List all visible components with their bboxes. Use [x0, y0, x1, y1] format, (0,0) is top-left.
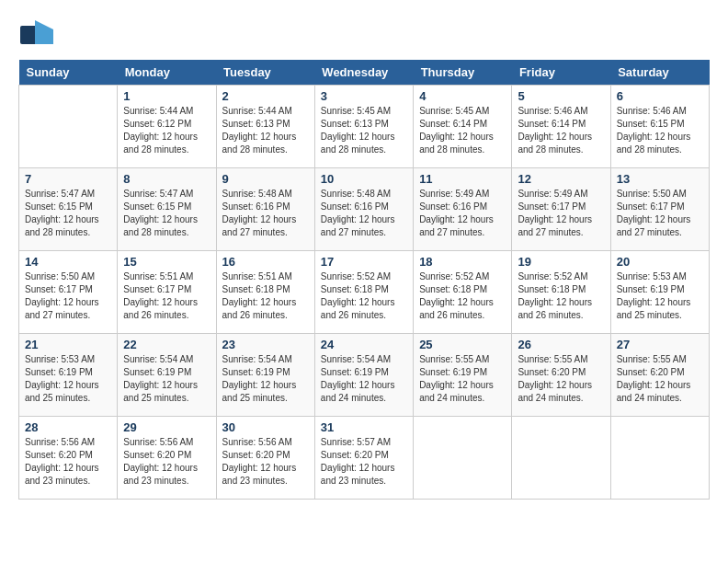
- day-info: Sunrise: 5:48 AM Sunset: 6:16 PM Dayligh…: [321, 188, 407, 239]
- day-number: 17: [321, 255, 407, 269]
- day-number: 31: [321, 420, 407, 434]
- calendar-cell: 23 Sunrise: 5:54 AM Sunset: 6:19 PM Dayl…: [216, 334, 314, 417]
- day-info: Sunrise: 5:48 AM Sunset: 6:16 PM Dayligh…: [222, 188, 309, 239]
- day-number: 13: [617, 172, 703, 186]
- day-info: Sunrise: 5:45 AM Sunset: 6:14 PM Dayligh…: [419, 105, 506, 156]
- calendar-cell: 3 Sunrise: 5:45 AM Sunset: 6:13 PM Dayli…: [314, 86, 413, 168]
- week-row-4: 21 Sunrise: 5:53 AM Sunset: 6:19 PM Dayl…: [19, 334, 710, 417]
- day-info: Sunrise: 5:44 AM Sunset: 6:12 PM Dayligh…: [123, 105, 210, 156]
- day-number: 5: [518, 89, 604, 103]
- day-info: Sunrise: 5:51 AM Sunset: 6:17 PM Dayligh…: [123, 270, 210, 322]
- day-info: Sunrise: 5:52 AM Sunset: 6:18 PM Dayligh…: [419, 270, 506, 322]
- col-header-sunday: Sunday: [19, 60, 118, 86]
- day-number: 27: [617, 338, 703, 351]
- day-number: 25: [419, 338, 506, 351]
- day-info: Sunrise: 5:46 AM Sunset: 6:14 PM Dayligh…: [518, 105, 604, 156]
- col-header-thursday: Thursday: [414, 60, 512, 86]
- logo: [18, 18, 59, 51]
- calendar-cell: 2 Sunrise: 5:44 AM Sunset: 6:13 PM Dayli…: [216, 86, 314, 168]
- page-header: [18, 18, 710, 51]
- day-info: Sunrise: 5:54 AM Sunset: 6:19 PM Dayligh…: [222, 353, 309, 405]
- calendar-cell: 22 Sunrise: 5:54 AM Sunset: 6:19 PM Dayl…: [118, 334, 216, 417]
- week-row-1: 1 Sunrise: 5:44 AM Sunset: 6:12 PM Dayli…: [19, 86, 710, 168]
- day-number: 19: [518, 255, 604, 269]
- day-number: 24: [321, 338, 407, 351]
- day-info: Sunrise: 5:54 AM Sunset: 6:19 PM Dayligh…: [321, 353, 407, 405]
- calendar-cell: 11 Sunrise: 5:49 AM Sunset: 6:16 PM Dayl…: [414, 168, 512, 251]
- day-info: Sunrise: 5:49 AM Sunset: 6:17 PM Dayligh…: [518, 188, 604, 239]
- calendar-cell: [512, 417, 610, 500]
- day-info: Sunrise: 5:50 AM Sunset: 6:17 PM Dayligh…: [25, 270, 111, 322]
- day-number: 1: [123, 89, 210, 103]
- calendar-cell: 19 Sunrise: 5:52 AM Sunset: 6:18 PM Dayl…: [512, 251, 610, 334]
- day-info: Sunrise: 5:44 AM Sunset: 6:13 PM Dayligh…: [222, 105, 309, 156]
- calendar-cell: 24 Sunrise: 5:54 AM Sunset: 6:19 PM Dayl…: [314, 334, 413, 417]
- calendar-cell: 14 Sunrise: 5:50 AM Sunset: 6:17 PM Dayl…: [19, 251, 118, 334]
- day-number: 6: [617, 89, 703, 103]
- day-info: Sunrise: 5:56 AM Sunset: 6:20 PM Dayligh…: [25, 436, 111, 488]
- day-number: 3: [321, 89, 407, 103]
- day-info: Sunrise: 5:52 AM Sunset: 6:18 PM Dayligh…: [321, 270, 407, 322]
- calendar-header-row: SundayMondayTuesdayWednesdayThursdayFrid…: [19, 60, 710, 86]
- day-info: Sunrise: 5:49 AM Sunset: 6:16 PM Dayligh…: [419, 188, 506, 239]
- day-number: 4: [419, 89, 506, 103]
- day-number: 26: [518, 338, 604, 351]
- calendar-cell: 4 Sunrise: 5:45 AM Sunset: 6:14 PM Dayli…: [414, 86, 512, 168]
- calendar-cell: 9 Sunrise: 5:48 AM Sunset: 6:16 PM Dayli…: [216, 168, 314, 251]
- day-number: 15: [123, 255, 210, 269]
- calendar-cell: 29 Sunrise: 5:56 AM Sunset: 6:20 PM Dayl…: [118, 417, 216, 500]
- col-header-friday: Friday: [512, 60, 610, 86]
- day-number: 12: [518, 172, 604, 186]
- day-info: Sunrise: 5:47 AM Sunset: 6:15 PM Dayligh…: [25, 188, 111, 239]
- calendar-cell: 18 Sunrise: 5:52 AM Sunset: 6:18 PM Dayl…: [414, 251, 512, 334]
- calendar-cell: 8 Sunrise: 5:47 AM Sunset: 6:15 PM Dayli…: [118, 168, 216, 251]
- day-info: Sunrise: 5:57 AM Sunset: 6:20 PM Dayligh…: [321, 436, 407, 488]
- calendar-cell: 15 Sunrise: 5:51 AM Sunset: 6:17 PM Dayl…: [118, 251, 216, 334]
- calendar-cell: 5 Sunrise: 5:46 AM Sunset: 6:14 PM Dayli…: [512, 86, 610, 168]
- calendar-cell: 16 Sunrise: 5:51 AM Sunset: 6:18 PM Dayl…: [216, 251, 314, 334]
- day-info: Sunrise: 5:55 AM Sunset: 6:20 PM Dayligh…: [518, 353, 604, 405]
- calendar-cell: 30 Sunrise: 5:56 AM Sunset: 6:20 PM Dayl…: [216, 417, 314, 500]
- day-number: 18: [419, 255, 506, 269]
- week-row-3: 14 Sunrise: 5:50 AM Sunset: 6:17 PM Dayl…: [19, 251, 710, 334]
- day-number: 14: [25, 255, 111, 269]
- calendar-cell: 17 Sunrise: 5:52 AM Sunset: 6:18 PM Dayl…: [314, 251, 413, 334]
- day-info: Sunrise: 5:55 AM Sunset: 6:20 PM Dayligh…: [617, 353, 703, 405]
- day-info: Sunrise: 5:52 AM Sunset: 6:18 PM Dayligh…: [518, 270, 604, 322]
- day-number: 11: [419, 172, 506, 186]
- day-info: Sunrise: 5:50 AM Sunset: 6:17 PM Dayligh…: [617, 188, 703, 239]
- calendar-cell: 27 Sunrise: 5:55 AM Sunset: 6:20 PM Dayl…: [610, 334, 709, 417]
- col-header-tuesday: Tuesday: [216, 60, 314, 86]
- calendar-cell: 28 Sunrise: 5:56 AM Sunset: 6:20 PM Dayl…: [19, 417, 118, 500]
- day-info: Sunrise: 5:45 AM Sunset: 6:13 PM Dayligh…: [321, 105, 407, 156]
- calendar-cell: 13 Sunrise: 5:50 AM Sunset: 6:17 PM Dayl…: [610, 168, 709, 251]
- calendar-cell: [414, 417, 512, 500]
- day-info: Sunrise: 5:46 AM Sunset: 6:15 PM Dayligh…: [617, 105, 703, 156]
- day-info: Sunrise: 5:51 AM Sunset: 6:18 PM Dayligh…: [222, 270, 309, 322]
- calendar-cell: 6 Sunrise: 5:46 AM Sunset: 6:15 PM Dayli…: [610, 86, 709, 168]
- calendar-cell: 25 Sunrise: 5:55 AM Sunset: 6:19 PM Dayl…: [414, 334, 512, 417]
- calendar-cell: 12 Sunrise: 5:49 AM Sunset: 6:17 PM Dayl…: [512, 168, 610, 251]
- calendar-cell: [610, 417, 709, 500]
- calendar-table: SundayMondayTuesdayWednesdayThursdayFrid…: [18, 60, 710, 500]
- day-number: 29: [123, 420, 210, 434]
- calendar-cell: [19, 86, 118, 168]
- day-number: 8: [123, 172, 210, 186]
- week-row-5: 28 Sunrise: 5:56 AM Sunset: 6:20 PM Dayl…: [19, 417, 710, 500]
- day-number: 9: [222, 172, 309, 186]
- day-info: Sunrise: 5:53 AM Sunset: 6:19 PM Dayligh…: [25, 353, 111, 405]
- calendar-cell: 26 Sunrise: 5:55 AM Sunset: 6:20 PM Dayl…: [512, 334, 610, 417]
- day-number: 7: [25, 172, 111, 186]
- day-info: Sunrise: 5:54 AM Sunset: 6:19 PM Dayligh…: [123, 353, 210, 405]
- day-number: 20: [617, 255, 703, 269]
- day-number: 23: [222, 338, 309, 351]
- day-number: 28: [25, 420, 111, 434]
- day-info: Sunrise: 5:55 AM Sunset: 6:19 PM Dayligh…: [419, 353, 506, 405]
- day-info: Sunrise: 5:53 AM Sunset: 6:19 PM Dayligh…: [617, 270, 703, 322]
- col-header-monday: Monday: [118, 60, 216, 86]
- calendar-cell: 1 Sunrise: 5:44 AM Sunset: 6:12 PM Dayli…: [118, 86, 216, 168]
- svg-marker-1: [35, 20, 53, 44]
- calendar-cell: 10 Sunrise: 5:48 AM Sunset: 6:16 PM Dayl…: [314, 168, 413, 251]
- calendar-cell: 20 Sunrise: 5:53 AM Sunset: 6:19 PM Dayl…: [610, 251, 709, 334]
- day-number: 22: [123, 338, 210, 351]
